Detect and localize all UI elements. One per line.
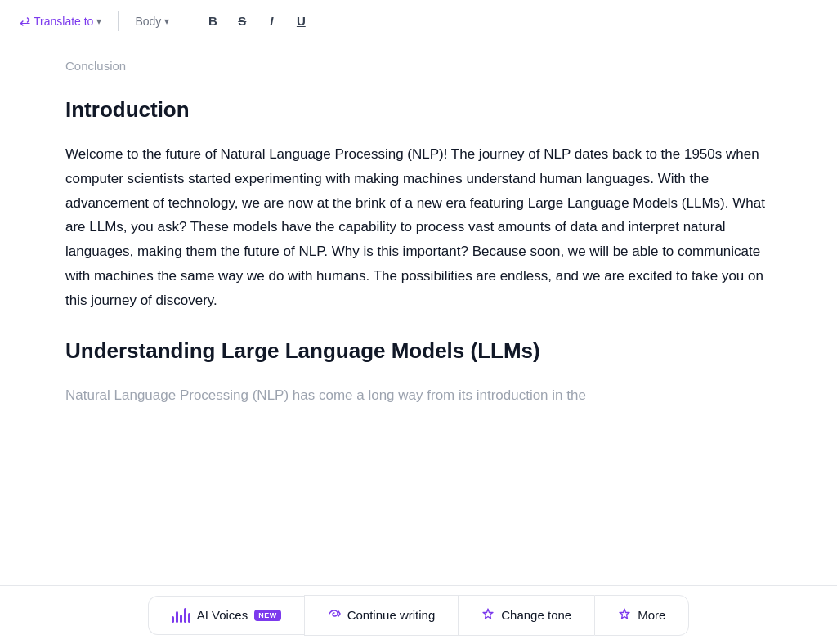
more-button[interactable]: More xyxy=(594,595,689,636)
format-buttons: B S I U xyxy=(199,8,314,34)
translate-icon: ⇄ xyxy=(20,13,30,29)
style-dropdown[interactable]: Body ▾ xyxy=(128,11,176,31)
ai-voices-icon xyxy=(172,608,190,623)
change-tone-label: Change tone xyxy=(501,608,571,622)
llm-heading: Understanding Large Language Models (LLM… xyxy=(65,338,772,364)
style-label: Body xyxy=(135,15,161,28)
conclusion-crumb: Conclusion xyxy=(65,59,772,73)
strikethrough-button[interactable]: S xyxy=(229,8,255,34)
intro-heading: Introduction xyxy=(65,97,772,123)
ai-voices-label: AI Voices xyxy=(197,608,248,622)
separator-1 xyxy=(118,11,119,31)
content-area: Conclusion Introduction Welcome to the f… xyxy=(0,42,837,644)
ai-voices-button[interactable]: AI Voices NEW xyxy=(148,596,304,635)
change-tone-button[interactable]: Change tone xyxy=(458,595,594,636)
bottom-action-bar: AI Voices NEW Continue writing Change to… xyxy=(0,585,837,644)
ai-voices-badge: NEW xyxy=(254,610,281,621)
continue-writing-icon xyxy=(328,607,341,624)
style-chevron: ▾ xyxy=(164,16,169,27)
translate-label: Translate to xyxy=(34,15,93,28)
translate-button[interactable]: ⇄ Translate to ▾ xyxy=(13,10,108,32)
bold-button[interactable]: B xyxy=(199,8,226,34)
italic-button[interactable]: I xyxy=(258,8,284,34)
change-tone-icon xyxy=(481,607,495,624)
more-icon xyxy=(618,607,631,624)
continue-writing-button[interactable]: Continue writing xyxy=(304,595,459,636)
more-label: More xyxy=(638,608,665,622)
underline-button[interactable]: U xyxy=(288,8,314,34)
separator-2 xyxy=(186,11,186,31)
llm-faded-text: Natural Language Processing (NLP) has co… xyxy=(65,383,772,408)
continue-writing-label: Continue writing xyxy=(347,608,436,622)
toolbar: ⇄ Translate to ▾ Body ▾ B S I U xyxy=(0,0,837,42)
translate-chevron: ▾ xyxy=(96,16,101,27)
intro-body[interactable]: Welcome to the future of Natural Languag… xyxy=(65,142,772,312)
